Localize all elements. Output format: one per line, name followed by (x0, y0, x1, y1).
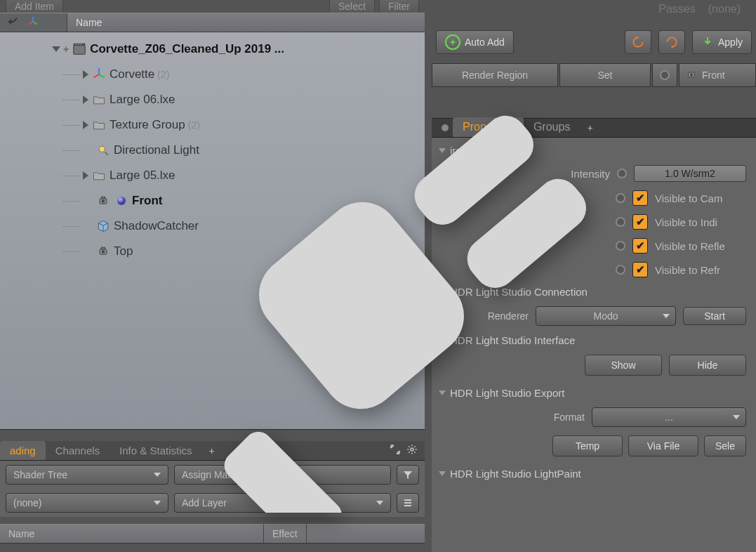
visible-camera-checkbox[interactable]: ✔ (632, 190, 648, 206)
expand-icon[interactable] (83, 96, 88, 104)
expand-icon[interactable] (390, 444, 401, 457)
chevron-down-icon (733, 415, 740, 419)
tab-indicator-dot (442, 124, 449, 131)
keyframe-dot[interactable] (616, 241, 625, 251)
plus-icon[interactable]: + (63, 44, 69, 55)
tree-item[interactable]: Front (3, 188, 422, 213)
set-button[interactable]: Set (559, 63, 651, 87)
tree-item-label: Front (132, 194, 162, 208)
auto-add-button[interactable]: + Auto Add (436, 30, 514, 54)
apply-icon (701, 35, 714, 50)
hierarchy-name-column[interactable]: Name (67, 13, 425, 32)
svg-point-7 (102, 199, 105, 202)
sync-export-button[interactable] (658, 30, 685, 54)
renderer-label: Renderer (488, 310, 529, 322)
format-dropdown[interactable]: ... (592, 407, 746, 427)
renderer-dropdown[interactable]: Modo (536, 306, 676, 326)
tab-add-icon[interactable]: + (580, 119, 599, 137)
hierarchy-header: Name (0, 13, 425, 32)
svg-point-11 (102, 250, 105, 253)
svg-point-9 (117, 197, 126, 205)
section-hdr-export[interactable]: HDR Light Studio Export (432, 383, 756, 403)
format-label: Format (554, 412, 585, 423)
tree-item-label: Top (114, 244, 133, 258)
passes-value[interactable]: (none) (708, 3, 741, 15)
expand-icon[interactable] (52, 46, 60, 52)
visible-reflection-checkbox[interactable]: ✔ (632, 238, 648, 254)
tree-item-label: Texture Group (110, 118, 185, 132)
intensity-input[interactable]: 1.0 W/srm2 (634, 165, 746, 182)
front-camera-button[interactable]: Front (679, 63, 756, 87)
tree-item[interactable]: Directional Light (3, 138, 422, 163)
camera-icon (685, 68, 698, 83)
axis-icon (91, 67, 107, 82)
tree-root[interactable]: + Corvette_Z06_Cleaned_Up 2019 ... (3, 37, 422, 62)
svg-point-3 (78, 44, 79, 45)
chevron-down-icon (376, 501, 383, 505)
tab-add-icon[interactable]: + (201, 442, 221, 460)
hide-button[interactable]: Hide (669, 355, 746, 376)
layer-none-dropdown[interactable]: (none) (6, 493, 168, 513)
via-file-button[interactable]: Via File (628, 435, 698, 456)
light-icon (95, 143, 111, 158)
hierarchy-tree[interactable]: + Corvette_Z06_Cleaned_Up 2019 ... Corve… (0, 32, 425, 430)
tree-item[interactable]: Large 05.lxe (3, 163, 422, 188)
section-environment[interactable]: ironment (432, 140, 756, 161)
tree-item[interactable]: ShadowCatcher (3, 213, 422, 239)
tree-item[interactable]: Top (3, 239, 422, 264)
list-icon[interactable] (397, 493, 419, 513)
keyframe-dot[interactable] (617, 169, 627, 178)
col-name[interactable]: Name (0, 525, 264, 543)
show-button[interactable]: Show (585, 355, 662, 376)
apply-button[interactable]: Apply (692, 30, 752, 54)
tab-channels[interactable]: Channels (46, 441, 110, 460)
add-layer-dropdown[interactable]: Add Layer (174, 493, 391, 513)
start-button[interactable]: Start (683, 307, 746, 325)
visible-indirect-checkbox[interactable]: ✔ (632, 214, 648, 230)
select-button[interactable]: Sele (704, 435, 746, 456)
filter-icon[interactable] (397, 465, 419, 485)
temp-button[interactable]: Temp (552, 435, 623, 456)
sphere-icon (114, 193, 129, 209)
visible-indirect-label: Visible to Indi (655, 216, 746, 228)
passes-bar: Passes (none) (432, 0, 756, 18)
tree-item-label: Corvette (110, 67, 154, 81)
tree-item-label: Directional Light (114, 143, 199, 157)
svg-rect-12 (102, 247, 105, 249)
tree-item[interactable]: Corvette (2) (3, 62, 422, 87)
visible-refraction-checkbox[interactable]: ✔ (632, 262, 648, 277)
shader-tree-dropdown[interactable]: Shader Tree (6, 465, 168, 485)
tab-groups[interactable]: Groups (524, 117, 580, 137)
section-hdr-lightpaint[interactable]: HDR Light Studio LightPaint (432, 464, 756, 484)
shader-columns: Name Effect (0, 524, 425, 544)
render-region-bar: Render Region Set Front (432, 63, 756, 87)
right-toolbar: + Auto Add Apply (432, 27, 756, 58)
expand-icon[interactable] (83, 70, 88, 79)
gear-icon[interactable] (406, 444, 418, 457)
tree-item[interactable]: Texture Group (2) (3, 112, 422, 138)
keyframe-dot[interactable] (616, 265, 625, 275)
tab-properties[interactable]: Properties (453, 117, 524, 137)
sync-import-button[interactable] (625, 30, 651, 54)
col-effect[interactable]: Effect (264, 525, 307, 543)
section-hdr-connection[interactable]: HDR Light Studio Connection (432, 282, 756, 302)
assign-material-dropdown[interactable]: Assign Material (174, 465, 391, 485)
visible-reflection-row: ✔ Visible to Refle (432, 234, 756, 258)
expand-icon[interactable] (83, 171, 88, 180)
tree-item-count: (2) (157, 69, 169, 80)
keyframe-dot[interactable] (616, 193, 625, 203)
axis-icon[interactable] (27, 15, 39, 30)
section-hdr-interface[interactable]: HDR Light Studio Interface (432, 330, 756, 350)
tree-item[interactable]: Large 06.lxe (3, 87, 422, 112)
tab-shading[interactable]: ading (0, 441, 46, 460)
render-region-button[interactable]: Render Region (432, 63, 558, 87)
camera-radio[interactable] (652, 63, 677, 87)
tab-info-statistics[interactable]: Info & Statistics (110, 441, 201, 460)
tree-item-count: (2) (188, 119, 200, 131)
visible-camera-label: Visible to Cam (655, 192, 746, 204)
keyframe-dot[interactable] (616, 217, 625, 227)
svg-point-15 (690, 73, 693, 76)
add-child-icon[interactable] (6, 15, 18, 30)
tree-item-label: Large 05.lxe (110, 169, 175, 183)
expand-icon[interactable] (83, 121, 88, 129)
